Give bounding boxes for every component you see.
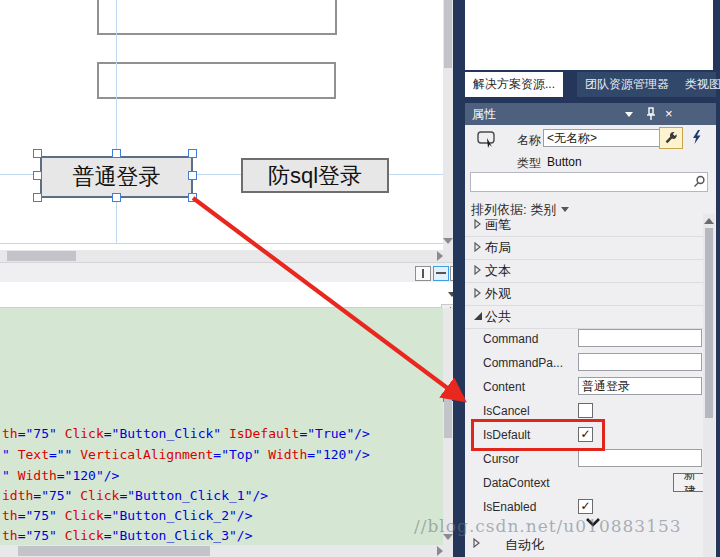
selection-handle[interactable] <box>112 193 121 202</box>
name-input[interactable] <box>543 129 661 147</box>
code-token <box>57 508 65 523</box>
property-row-Content: Content <box>465 376 716 400</box>
category-文本[interactable]: 文本 <box>465 260 703 283</box>
isdefault-highlight-box <box>471 419 605 451</box>
code-token <box>10 468 18 483</box>
designer-vertical-scrollbar[interactable] <box>443 0 453 250</box>
selection-handle[interactable] <box>33 171 42 180</box>
code-token: /> <box>237 508 253 523</box>
property-row-DataContext: DataContext新建 <box>465 472 716 496</box>
code-token: ="Button_Click_3" <box>104 528 237 543</box>
category-布局[interactable]: 布局 <box>465 237 703 260</box>
property-checkbox[interactable] <box>578 403 593 418</box>
window-menu-caret-icon[interactable] <box>625 112 633 117</box>
code-line[interactable]: " Width="120"/> <box>2 468 119 483</box>
vertical-split-icon[interactable] <box>415 266 431 281</box>
category-list: 画笔布局文本外观公共 <box>465 214 703 329</box>
pin-icon[interactable] <box>645 107 657 121</box>
designer-textbox-1[interactable] <box>97 0 337 35</box>
designer-horizontal-scrollbar[interactable] <box>0 250 453 262</box>
property-value-input[interactable] <box>578 377 702 395</box>
tabstrip-others: 团队资源管理器类视图 <box>577 72 716 97</box>
category-automation[interactable]: 自动化 <box>465 533 703 555</box>
category-label: 布局 <box>485 239 511 257</box>
code-token <box>260 447 268 462</box>
solution-explorer-content[interactable] <box>465 0 713 70</box>
category-公共[interactable]: 公共 <box>465 306 703 329</box>
category-label: 文本 <box>485 262 511 280</box>
code-line[interactable]: idth="75" Click="Button_Click_1"/> <box>2 488 268 503</box>
code-token: /> <box>354 426 370 441</box>
code-line[interactable]: th="75" Click="Button_Click_2"/> <box>2 508 252 523</box>
code-token: ="75" <box>18 426 57 441</box>
code-vertical-scrollbar[interactable] <box>443 308 453 545</box>
scrollbar-up-arrow-icon[interactable] <box>704 218 714 224</box>
arrange-by-caret-icon[interactable] <box>561 207 569 212</box>
watermark-text: //blog.csdn.net/u010883153 <box>414 516 682 536</box>
xaml-code-editor[interactable]: th="75" Click="Button_Click" IsDefault="… <box>0 308 443 545</box>
code-token <box>57 528 65 543</box>
code-token: ="Button_Click_2" <box>104 508 237 523</box>
property-value-input[interactable] <box>578 449 702 467</box>
scrollbar-thumb[interactable] <box>444 394 452 438</box>
code-line[interactable]: " Text="" VerticalAlignment="Top" Width=… <box>2 447 370 462</box>
code-token: ="Button_Click_1" <box>119 488 252 503</box>
code-token: Width <box>268 447 307 462</box>
category-外观[interactable]: 外观 <box>465 283 703 306</box>
selection-handle[interactable] <box>188 193 197 202</box>
scrollbar-thumb[interactable] <box>705 228 713 418</box>
designer-textbox-2[interactable] <box>97 62 336 99</box>
wpf-designer-canvas[interactable]: 普通登录 防sql登录 <box>0 0 443 250</box>
code-line[interactable]: th="75" Click="Button_Click" IsDefault="… <box>2 426 370 441</box>
properties-wrench-icon[interactable] <box>659 127 683 149</box>
scrollbar-thumb[interactable] <box>18 546 210 556</box>
category-画笔[interactable]: 画笔 <box>465 214 703 237</box>
selection-handle[interactable] <box>33 193 42 202</box>
property-label: IsEnabled <box>483 500 536 514</box>
property-label: Cursor <box>483 452 519 466</box>
properties-title-bar[interactable]: 属性 × <box>465 103 716 125</box>
expander-collapsed-icon <box>473 538 480 548</box>
code-token: ="Top" <box>213 447 260 462</box>
scrollbar-right-arrow-icon[interactable] <box>437 546 443 556</box>
code-token: Click <box>65 508 104 523</box>
scrollbar-thumb[interactable] <box>444 0 452 68</box>
property-value-input[interactable] <box>578 353 702 371</box>
code-token: th <box>2 528 18 543</box>
code-token: ="75" <box>33 488 72 503</box>
scrollbar-thumb[interactable] <box>7 251 76 261</box>
property-value-input[interactable] <box>578 329 702 347</box>
code-token: ="True" <box>299 426 354 441</box>
designer-button-normal-login[interactable]: 普通登录 <box>40 156 193 198</box>
tab-类视图[interactable]: 类视图 <box>677 76 720 93</box>
selection-handle[interactable] <box>188 149 197 158</box>
selection-handle[interactable] <box>112 149 121 158</box>
selection-handle[interactable] <box>188 171 197 180</box>
property-checkbox[interactable]: ✓ <box>578 499 593 514</box>
property-row-Cursor: Cursor <box>465 448 716 472</box>
properties-scrollbar[interactable] <box>703 214 715 557</box>
type-value: Button <box>547 155 582 169</box>
tab-solution-explorer[interactable]: 解决方案资源... <box>465 72 563 97</box>
designer-button-antisql-login[interactable]: 防sql登录 <box>241 158 389 193</box>
close-icon[interactable]: × <box>665 106 673 121</box>
scrollbar-right-arrow-icon[interactable] <box>437 251 443 261</box>
code-token: /> <box>354 447 370 462</box>
code-line[interactable]: th="75" Click="Button_Click_3"/> <box>2 528 252 543</box>
element-picker-icon[interactable] <box>477 131 497 149</box>
expander-expanded-icon <box>473 311 483 321</box>
properties-events-bolt-icon[interactable] <box>685 127 707 147</box>
code-horizontal-scrollbar[interactable] <box>0 545 453 557</box>
editor-breadcrumb-bar[interactable] <box>0 282 453 308</box>
new-datacontext-button[interactable]: 新建 <box>673 473 707 492</box>
tab-团队资源管理器[interactable]: 团队资源管理器 <box>577 76 677 93</box>
code-token: ="120" <box>307 447 354 462</box>
code-token: /> <box>104 468 120 483</box>
property-label: Content <box>483 380 525 394</box>
code-token: ="75" <box>18 528 57 543</box>
selection-handle[interactable] <box>33 149 42 158</box>
scrollbar-down-arrow-icon[interactable] <box>443 238 453 244</box>
horizontal-split-icon[interactable] <box>433 266 449 281</box>
code-token: th <box>2 426 18 441</box>
properties-search-input[interactable] <box>470 172 708 192</box>
